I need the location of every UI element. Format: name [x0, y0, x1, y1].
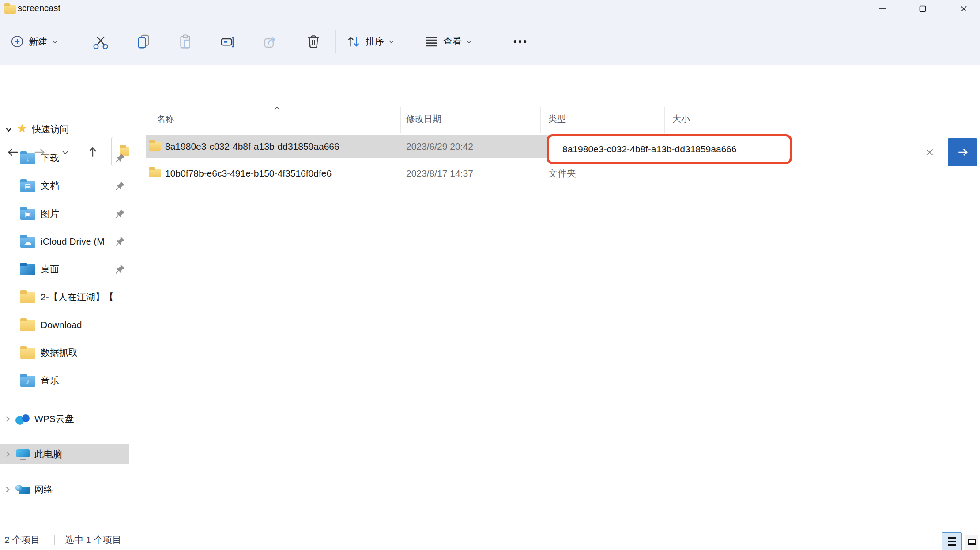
chevron-right-icon[interactable]	[4, 451, 11, 457]
documents-folder-icon	[20, 181, 35, 192]
tree-root-list: WPS云盘 此电脑 网络	[0, 409, 129, 500]
file-row[interactable]: 10b0f78b-e6c3-491e-b150-4f3516f0dfe6 202…	[146, 162, 740, 185]
clear-search-button[interactable]	[921, 143, 939, 161]
cut-button[interactable]	[90, 31, 111, 52]
pin-icon[interactable]	[115, 237, 125, 246]
minimize-icon	[878, 4, 887, 13]
desktop-folder-icon	[20, 264, 35, 275]
more-options-button[interactable]	[509, 31, 531, 52]
chevron-right-icon[interactable]	[4, 486, 11, 493]
large-icons-view-icon	[968, 539, 976, 545]
pin-icon[interactable]	[115, 264, 125, 274]
address-row: › 此电脑 › 本地磁盘 (C:) › Shadowbot › screenca…	[0, 66, 980, 102]
chevron-down-icon	[52, 39, 58, 45]
sort-button-label: 排序	[366, 35, 384, 48]
chevron-down-icon[interactable]	[5, 126, 12, 133]
network-icon	[15, 485, 30, 496]
search-input[interactable]	[553, 136, 792, 162]
column-header-size[interactable]: 大小	[672, 113, 690, 125]
folder-icon	[4, 5, 16, 14]
star-icon	[17, 123, 27, 135]
chevron-right-icon[interactable]	[4, 416, 11, 422]
sidebar-item-label: 桌面	[41, 263, 59, 275]
column-header-type[interactable]: 类型	[548, 113, 566, 125]
status-divider	[54, 535, 55, 545]
command-toolbar: 新建	[0, 18, 980, 65]
sidebar-item[interactable]: 图片	[0, 203, 129, 224]
status-bar: 2 个项目 选中 1 个项目	[0, 528, 980, 550]
column-separator[interactable]	[664, 107, 665, 133]
sidebar-item-label: 2-【人在江湖】【	[41, 291, 114, 303]
window-title: screencast	[18, 3, 60, 13]
new-button-label: 新建	[29, 35, 47, 48]
ellipsis-icon	[511, 34, 529, 49]
sort-ascending-icon	[274, 106, 280, 110]
sidebar-item-label: 音乐	[41, 374, 59, 387]
folder-icon	[149, 169, 161, 177]
pin-icon[interactable]	[115, 209, 125, 218]
sort-button[interactable]: 排序	[343, 31, 398, 52]
file-date: 2023/6/29 20:42	[406, 135, 473, 158]
sidebar-item[interactable]: 桌面	[0, 259, 129, 279]
paste-button[interactable]	[175, 31, 196, 52]
paste-icon	[177, 34, 193, 49]
search-submit-button[interactable]	[948, 138, 977, 166]
view-button[interactable]: 查看	[420, 31, 475, 52]
maximize-button[interactable]	[909, 0, 936, 18]
sidebar-item-label: 下载	[41, 152, 59, 164]
sidebar-item-quick-access[interactable]: 快速访问	[0, 119, 129, 139]
file-name: 10b0f78b-e6c3-491e-b150-4f3516f0dfe6	[165, 162, 332, 185]
view-button-label: 查看	[443, 35, 462, 48]
sidebar-item[interactable]: 音乐	[0, 370, 129, 391]
share-button[interactable]	[260, 31, 281, 52]
share-icon	[262, 34, 278, 49]
yellow-folder-icon	[20, 348, 35, 359]
this-pc-icon	[15, 449, 30, 460]
sidebar-item[interactable]: Download	[0, 315, 129, 335]
status-divider	[139, 535, 139, 545]
new-button[interactable]: 新建	[6, 31, 62, 52]
sidebar-root-item[interactable]: 此电脑	[0, 444, 129, 464]
sidebar-item-label: 数据抓取	[41, 347, 78, 359]
sidebar-item-label: Download	[41, 320, 82, 330]
delete-button[interactable]	[303, 31, 324, 52]
pictures-folder-icon	[20, 209, 35, 220]
sort-icon	[346, 34, 361, 49]
navigation-pane: 快速访问 下载 文档 图片 iCloud Drive (M 桌面	[0, 102, 129, 528]
delete-icon	[305, 34, 321, 49]
selection-count: 选中 1 个项目	[65, 534, 121, 546]
sidebar-root-item[interactable]: 网络	[0, 479, 129, 500]
large-icons-view-button[interactable]	[965, 535, 978, 550]
music-folder-icon	[20, 376, 35, 387]
sidebar-item[interactable]: 下载	[0, 148, 129, 168]
clear-icon	[924, 147, 935, 158]
sidebar-item-label: 网络	[34, 483, 53, 496]
pin-icon[interactable]	[115, 153, 125, 163]
close-button[interactable]	[950, 0, 977, 18]
sidebar-item[interactable]: 数据抓取	[0, 343, 129, 363]
column-separator[interactable]	[540, 107, 541, 133]
sidebar-item-label: 此电脑	[34, 448, 62, 460]
sidebar-item-label: iCloud Drive (M	[41, 236, 105, 247]
sidebar-item[interactable]: 文档	[0, 176, 129, 196]
toolbar-divider	[498, 30, 498, 53]
file-type: 文件夹	[548, 162, 576, 185]
minimize-button[interactable]	[869, 0, 896, 18]
sidebar-item[interactable]: iCloud Drive (M	[0, 231, 129, 252]
arrow-right-icon	[955, 145, 970, 160]
rename-icon	[220, 34, 236, 49]
sidebar-item[interactable]: 2-【人在江湖】【	[0, 287, 129, 307]
column-header-name[interactable]: 名称	[157, 113, 174, 125]
rename-button[interactable]	[217, 31, 238, 52]
quick-access-list: 下载 文档 图片 iCloud Drive (M 桌面 2-【人在江湖	[0, 148, 129, 391]
chevron-down-icon	[466, 39, 472, 45]
copy-button[interactable]	[133, 31, 154, 52]
pin-icon[interactable]	[115, 181, 125, 191]
view-list-icon	[424, 34, 439, 49]
toolbar-divider	[77, 30, 77, 53]
column-header-date[interactable]: 修改日期	[406, 113, 441, 125]
details-view-button[interactable]	[942, 532, 962, 550]
sidebar-root-item[interactable]: WPS云盘	[0, 409, 129, 429]
file-date: 2023/8/17 14:37	[406, 162, 473, 185]
column-separator[interactable]	[400, 107, 401, 133]
